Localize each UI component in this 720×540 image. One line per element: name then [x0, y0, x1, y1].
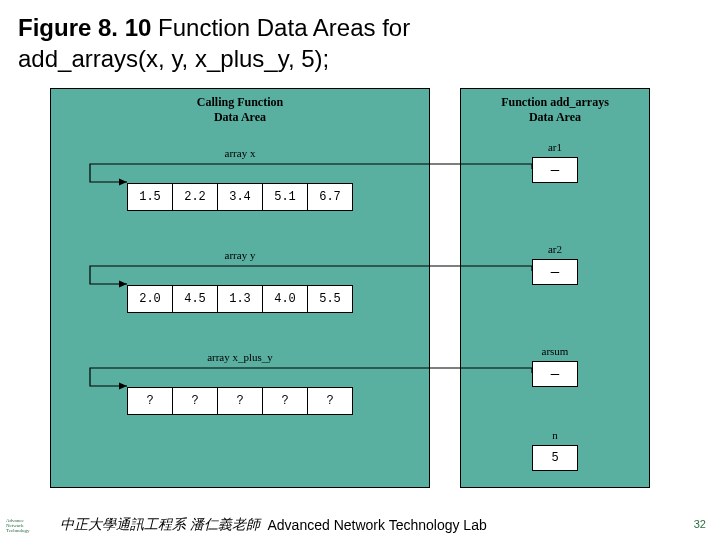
lab-logo: Advance Network Technology	[6, 511, 52, 539]
arsum-label: arsum	[461, 345, 649, 357]
footer-lab: Advanced Network Technology Lab	[268, 517, 487, 533]
ar2-label: ar2	[461, 243, 649, 255]
cell: ?	[127, 387, 173, 415]
ar1-box: —	[532, 157, 578, 183]
right-panel-title: Function add_arrays Data Area	[461, 89, 649, 127]
ar2-box: —	[532, 259, 578, 285]
left-title-l1: Calling Function	[197, 95, 283, 109]
cell: ?	[307, 387, 353, 415]
footer: Advance Network Technology 中正大學通訊工程系 潘仁義…	[0, 510, 720, 540]
logo-l3: Technology	[6, 528, 52, 533]
cell: 2.2	[172, 183, 218, 211]
caption-line1: Function Data Areas for	[151, 14, 410, 41]
dash-icon: —	[551, 366, 559, 382]
array-x-row: 1.5 2.2 3.4 5.1 6.7	[127, 183, 353, 211]
cell: 3.4	[217, 183, 263, 211]
cell: 5.5	[307, 285, 353, 313]
cell: ?	[262, 387, 308, 415]
figure-label: Figure 8. 10	[18, 14, 151, 41]
add-arrays-panel: Function add_arrays Data Area ar1 — ar2 …	[460, 88, 650, 488]
footer-cn: 中正大學通訊工程系 潘仁義老師	[60, 516, 260, 534]
array-xpy-row: ? ? ? ? ?	[127, 387, 353, 415]
left-title-l2: Data Area	[214, 110, 266, 124]
cell: ?	[172, 387, 218, 415]
cell: 6.7	[307, 183, 353, 211]
array-x-label: array x	[51, 147, 429, 159]
dash-icon: —	[551, 264, 559, 280]
cell: 2.0	[127, 285, 173, 313]
caption-line2: add_arrays(x, y, x_plus_y, 5);	[18, 45, 329, 72]
arsum-box: —	[532, 361, 578, 387]
calling-function-panel: Calling Function Data Area array x 1.5 2…	[50, 88, 430, 488]
cell: ?	[217, 387, 263, 415]
cell: 1.3	[217, 285, 263, 313]
page-number: 32	[694, 518, 706, 530]
array-y-row: 2.0 4.5 1.3 4.0 5.5	[127, 285, 353, 313]
left-panel-title: Calling Function Data Area	[51, 89, 429, 127]
diagram-container: Calling Function Data Area array x 1.5 2…	[30, 88, 690, 498]
cell: 1.5	[127, 183, 173, 211]
n-box: 5	[532, 445, 578, 471]
slide-title: Figure 8. 10 Function Data Areas for add…	[0, 0, 720, 80]
cell: 4.0	[262, 285, 308, 313]
cell: 4.5	[172, 285, 218, 313]
right-title-l2: Data Area	[529, 110, 581, 124]
array-xpy-label: array x_plus_y	[51, 351, 429, 363]
dash-icon: —	[551, 162, 559, 178]
right-title-l1: Function add_arrays	[501, 95, 609, 109]
array-y-label: array y	[51, 249, 429, 261]
cell: 5.1	[262, 183, 308, 211]
ar1-label: ar1	[461, 141, 649, 153]
n-label: n	[461, 429, 649, 441]
